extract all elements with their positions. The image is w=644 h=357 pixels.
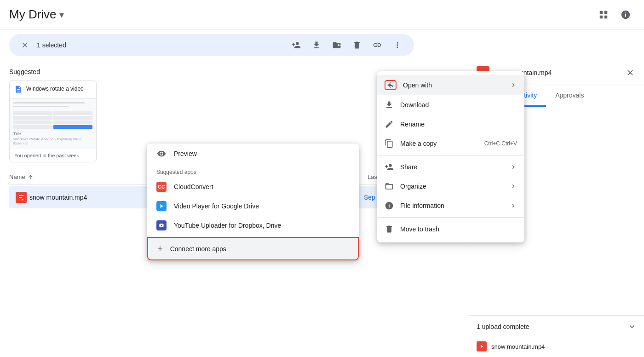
rename-menu-item[interactable]: Rename: [377, 115, 524, 134]
share-arrow-icon: [510, 163, 517, 171]
app-youtube-uploader[interactable]: YouTube Uploader for Dropbox, Drive: [147, 216, 359, 235]
suggested-card[interactable]: Windows rotate a video Title Windows Rot…: [9, 80, 97, 162]
file-info-left: File information: [385, 201, 444, 210]
share-left: Share: [385, 162, 417, 172]
video-player-label: Video Player for Google Drive: [174, 202, 259, 210]
panel-close-button[interactable]: [624, 66, 637, 79]
link-button[interactable]: [368, 36, 386, 54]
svg-point-2: [390, 85, 391, 85]
context-menu-left: Preview Suggested apps CC CloudConvert V…: [147, 144, 359, 260]
main-area: Suggested Windows rotate a video: [0, 61, 644, 357]
preview-label: Preview: [174, 150, 197, 157]
card-footer: You opened in the past week: [10, 149, 96, 162]
open-with-left: Open with: [385, 80, 432, 90]
separator-2: [377, 217, 524, 218]
preview-icon: [156, 149, 167, 158]
close-selection-button[interactable]: [17, 37, 33, 53]
download-label: Download: [400, 101, 429, 109]
separator-1: [377, 155, 524, 155]
open-with-label: Open with: [403, 81, 432, 89]
rename-icon: [385, 120, 394, 129]
info-button[interactable]: [616, 6, 635, 24]
rename-label: Rename: [400, 121, 425, 128]
make-copy-label: Make a copy: [400, 140, 437, 147]
upload-file-item: snow mountain.mp4: [469, 338, 644, 357]
selected-count: 1 selected: [37, 41, 285, 49]
preview-menu-item[interactable]: Preview: [147, 144, 359, 164]
video-player-icon: [156, 201, 167, 211]
share-label: Share: [400, 163, 417, 171]
header-right: [594, 6, 635, 24]
upload-complete-header[interactable]: 1 upload complete: [469, 316, 644, 338]
upload-complete-section: 1 upload complete snow mountain.mp4: [469, 315, 644, 357]
header-left: My Drive ▾: [9, 7, 64, 22]
more-options-button[interactable]: [388, 36, 407, 54]
make-copy-shortcut: Ctrl+C Ctrl+V: [484, 140, 517, 147]
open-with-icon: [385, 80, 397, 90]
make-copy-menu-item[interactable]: Make a copy Ctrl+C Ctrl+V: [377, 134, 524, 153]
tab-approvals[interactable]: Approvals: [546, 85, 593, 107]
upload-file-name: snow mountain.mp4: [491, 343, 545, 350]
organize-arrow-icon: [510, 183, 517, 190]
card-header: Windows rotate a video: [10, 81, 96, 98]
trash-icon: [385, 225, 394, 234]
make-copy-left: Make a copy: [385, 139, 437, 148]
suggested-apps-label: Suggested apps: [147, 164, 359, 177]
add-person-button[interactable]: [287, 36, 305, 54]
download-icon: [385, 100, 394, 109]
app-cloudconvert[interactable]: CC CloudConvert: [147, 177, 359, 196]
context-menu-right: Open with Download Rename Make a copy Ct…: [377, 71, 524, 242]
trash-menu-item[interactable]: Move to trash: [377, 219, 524, 239]
share-menu-item[interactable]: Share: [377, 157, 524, 177]
connect-more-apps-button[interactable]: + Connect more apps: [147, 237, 359, 260]
file-info-arrow-icon: [510, 202, 517, 209]
organize-label: Organize: [400, 183, 426, 190]
make-copy-icon: [385, 139, 394, 148]
card-preview: Title Windows Rotate a Video - Exploring…: [10, 98, 96, 149]
open-with-arrow-icon: [510, 81, 517, 89]
youtube-uploader-label: YouTube Uploader for Dropbox, Drive: [174, 222, 281, 229]
open-with-menu-item[interactable]: Open with: [377, 75, 524, 95]
file-icon: [13, 189, 29, 206]
toolbar: 1 selected: [9, 34, 414, 56]
plus-icon: +: [157, 243, 163, 254]
grid-view-button[interactable]: [594, 6, 613, 24]
delete-button[interactable]: [348, 36, 366, 54]
dropdown-arrow-icon[interactable]: ▾: [59, 9, 64, 20]
cloudconvert-label: CloudConvert: [174, 183, 213, 190]
upload-complete-text: 1 upload complete: [477, 323, 529, 330]
card-title: Windows rotate a video: [26, 86, 84, 93]
file-info-menu-item[interactable]: File information: [377, 196, 524, 215]
share-icon: [385, 162, 394, 172]
trash-label: Move to trash: [400, 225, 439, 233]
organize-icon: [385, 182, 394, 191]
download-menu-item[interactable]: Download: [377, 95, 524, 115]
youtube-uploader-icon: [156, 220, 167, 230]
app-video-player[interactable]: Video Player for Google Drive: [147, 196, 359, 216]
header: My Drive ▾: [0, 0, 644, 29]
connect-more-apps-label: Connect more apps: [170, 245, 226, 253]
organize-left: Organize: [385, 182, 426, 191]
file-info-label: File information: [400, 202, 444, 209]
cloudconvert-icon: CC: [156, 182, 167, 192]
upload-file-icon: [477, 341, 487, 351]
organize-menu-item[interactable]: Organize: [377, 177, 524, 196]
download-button[interactable]: [307, 36, 326, 54]
file-info-icon: [385, 201, 394, 210]
move-button[interactable]: [328, 36, 346, 54]
drive-title: My Drive: [9, 7, 57, 22]
